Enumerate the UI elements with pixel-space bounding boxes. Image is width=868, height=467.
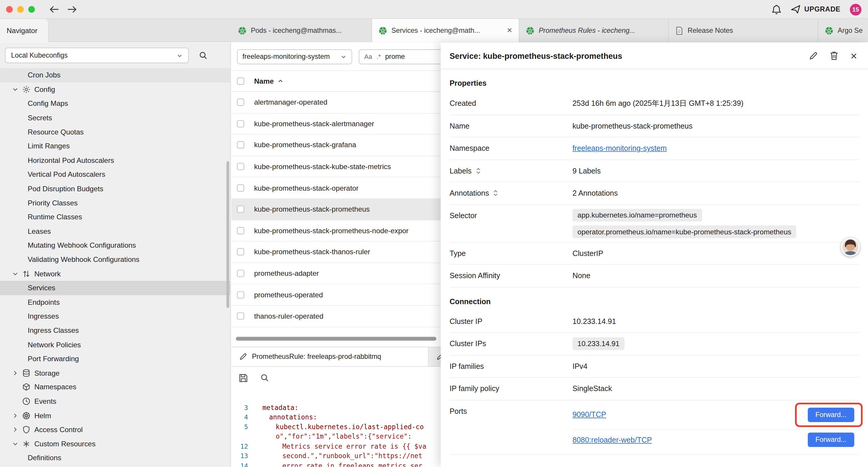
name-column-header[interactable]: Name: [254, 77, 284, 85]
sidebar-item-port-forwarding[interactable]: Port Forwarding: [0, 352, 230, 366]
sidebar-item-pod-disruption-budgets[interactable]: Pod Disruption Budgets: [0, 181, 230, 196]
sidebar-item-secrets[interactable]: Secrets: [0, 111, 230, 125]
forward-button[interactable]: Forward...: [808, 433, 855, 447]
expand-toggle-icon[interactable]: [475, 167, 481, 174]
sidebar-item-leases[interactable]: Leases: [0, 224, 230, 238]
forward-button[interactable]: Forward...: [808, 407, 855, 422]
tab-services-icecheng-math[interactable]: Services - icecheng@math...×: [372, 19, 519, 42]
chevron-down-icon[interactable]: [12, 441, 22, 447]
chevron-right-icon[interactable]: [12, 370, 22, 376]
kubernetes-icon: [825, 26, 833, 35]
sidebar-item-custom-resources[interactable]: Custom Resources: [0, 437, 230, 451]
row-checkbox[interactable]: [237, 120, 244, 127]
tab-pods-icecheng-mathmas[interactable]: Pods - icecheng@mathmas...: [231, 19, 372, 42]
close-tab-icon[interactable]: ×: [507, 26, 512, 35]
edit-pencil-icon[interactable]: [809, 51, 818, 60]
sidebar-item-label: Definitions: [28, 454, 61, 462]
sidebar-item-events[interactable]: Events: [0, 394, 230, 408]
row-checkbox[interactable]: [237, 163, 244, 170]
editor-search-icon[interactable]: [260, 373, 269, 382]
notifications-bell-icon[interactable]: [772, 4, 781, 14]
sidebar-item-access-control[interactable]: Access Control: [0, 423, 230, 437]
row-checkbox[interactable]: [237, 206, 244, 213]
sidebar-item-ingress-classes[interactable]: Ingress Classes: [0, 323, 230, 338]
code-text: second.","runbook_url":"https://net: [248, 452, 423, 460]
tab-release-notes[interactable]: Release Notes: [669, 19, 818, 42]
close-drawer-icon[interactable]: ×: [850, 50, 857, 61]
minimize-window-button[interactable]: [17, 6, 24, 12]
tab-prometheus-rules-icecheng[interactable]: Prometheus Rules - icecheng...: [519, 19, 669, 42]
property-row-ip-families: IP familiesIPv4: [450, 355, 860, 378]
sidebar-item-config-maps[interactable]: Config Maps: [0, 96, 230, 111]
port-link[interactable]: 9090/TCP: [572, 411, 606, 419]
namespace-filter-dropdown[interactable]: freeleaps-monitoring-system: [237, 49, 352, 64]
editor-tab-1[interactable]: PrometheusRule: freeleaps-prod-rabbitmq: [231, 347, 428, 366]
sidebar-item-namespaces[interactable]: Namespaces: [0, 380, 230, 394]
row-checkbox[interactable]: [237, 248, 244, 255]
sidebar-item-priority-classes[interactable]: Priority Classes: [0, 196, 230, 210]
row-checkbox[interactable]: [237, 99, 244, 106]
sidebar-item-label: Vertical Pod Autoscalers: [28, 170, 105, 178]
close-window-button[interactable]: [6, 6, 13, 12]
delete-trash-icon[interactable]: [830, 51, 838, 60]
sidebar-item-label: Secrets: [28, 114, 52, 122]
sidebar-item-resource-quotas[interactable]: Resource Quotas: [0, 125, 230, 139]
forward-button[interactable]: [68, 5, 77, 13]
chevron-down-icon[interactable]: [12, 86, 22, 92]
expand-toggle-icon[interactable]: [493, 189, 498, 197]
row-checkbox[interactable]: [237, 184, 244, 191]
sidebar-tree: Cron JobsConfigConfig MapsSecretsResourc…: [0, 68, 230, 467]
row-checkbox[interactable]: [237, 227, 244, 234]
tab-argo-se[interactable]: Argo Se: [818, 19, 868, 42]
save-icon[interactable]: [239, 373, 248, 382]
document-icon: [675, 26, 683, 35]
pencil-icon: [239, 353, 247, 360]
sidebar-item-endpoints[interactable]: Endpoints: [0, 295, 230, 309]
sidebar-item-services[interactable]: Services: [0, 281, 230, 295]
sidebar-item-config[interactable]: Config: [0, 82, 230, 96]
row-checkbox[interactable]: [237, 313, 244, 320]
row-checkbox[interactable]: [237, 270, 244, 277]
upgrade-button[interactable]: UPGRADE: [790, 5, 840, 14]
sidebar-item-helm[interactable]: Helm: [0, 408, 230, 423]
navigator-panel-tab[interactable]: Navigator: [0, 19, 49, 42]
sidebar-item-horizontal-pod-autoscalers[interactable]: Horizontal Pod Autoscalers: [0, 153, 230, 167]
sidebar-item-mutating-webhook-configurations[interactable]: Mutating Webhook Configurations: [0, 238, 230, 253]
chevron-down-icon[interactable]: [12, 271, 22, 277]
sidebar-item-network[interactable]: Network: [0, 267, 230, 281]
forward-button-wrap: Forward...: [808, 407, 855, 422]
sidebar-item-cron-jobs[interactable]: Cron Jobs: [0, 68, 230, 83]
chevron-right-icon[interactable]: [12, 412, 22, 418]
regex-toggle[interactable]: .*: [376, 53, 380, 60]
sidebar-item-definitions[interactable]: Definitions: [0, 451, 230, 465]
kubeconfig-selector[interactable]: Local Kubeconfigs: [5, 48, 189, 63]
sidebar-scrollbar[interactable]: [226, 161, 229, 308]
row-checkbox[interactable]: [237, 142, 244, 149]
select-all-checkbox[interactable]: [237, 78, 244, 85]
port-link[interactable]: 8080:reloader-web/TCP: [572, 436, 652, 444]
table-horizontal-scrollbar[interactable]: [236, 337, 436, 341]
namespace-link[interactable]: freeleaps-monitoring-system: [572, 144, 860, 152]
sidebar-item-storage[interactable]: Storage: [0, 366, 230, 380]
property-label-text: Cluster IPs: [450, 340, 486, 348]
match-case-toggle[interactable]: Aa: [364, 53, 372, 60]
sidebar-item-limit-ranges[interactable]: Limit Ranges: [0, 139, 230, 153]
sidebar-item-ingresses[interactable]: Ingresses: [0, 309, 230, 323]
code-text: o","for":"1m","labels":{"service":: [248, 433, 412, 440]
sidebar-item-label: Port Forwarding: [28, 355, 79, 363]
sidebar-item-runtime-classes[interactable]: Runtime Classes: [0, 210, 230, 224]
property-label: Type: [450, 249, 572, 258]
maximize-window-button[interactable]: [28, 6, 35, 12]
row-checkbox[interactable]: [237, 291, 244, 298]
property-label: Namespace: [450, 144, 572, 152]
chevron-right-icon[interactable]: [12, 427, 22, 433]
avatar[interactable]: [841, 238, 860, 257]
tabbar: Navigator Pods - icecheng@mathmas...Serv…: [0, 19, 868, 42]
sidebar-item-network-policies[interactable]: Network Policies: [0, 338, 230, 352]
sidebar-item-validating-webhook-configurations[interactable]: Validating Webhook Configurations: [0, 253, 230, 267]
search-icon[interactable]: [195, 51, 211, 60]
sidebar-item-vertical-pod-autoscalers[interactable]: Vertical Pod Autoscalers: [0, 167, 230, 181]
notification-count-badge[interactable]: 15: [850, 4, 862, 15]
back-button[interactable]: [49, 5, 59, 13]
sidebar-item-label: Access Control: [34, 425, 83, 434]
